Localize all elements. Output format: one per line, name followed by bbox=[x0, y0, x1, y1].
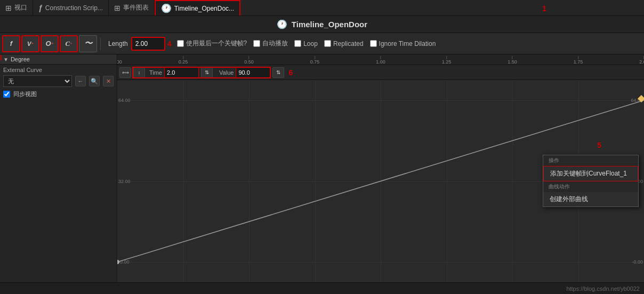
tool-btn-v[interactable]: V+ bbox=[21, 35, 39, 52]
sync-row[interactable]: 同步视图 bbox=[0, 88, 117, 100]
toolbar: f V+ O+ C+ 〜 Length 4 使用最后一个关键帧? 自动播放 Lo… bbox=[0, 33, 644, 54]
grid-canvas: 64.00 32.00 -0.00 64.00 32.00 -0.00 操作 添… bbox=[117, 80, 644, 282]
page-title: Timeline_OpenDoor bbox=[292, 20, 367, 29]
tab-timeline-label: Timeline_OpenDoc... bbox=[174, 5, 234, 12]
tab-viewport[interactable]: ⊞ 视口 bbox=[0, 0, 33, 15]
toolbar-separator bbox=[100, 37, 101, 50]
value-label: Value bbox=[219, 69, 234, 76]
last-keyframe-option[interactable]: 使用最后一个关键帧? bbox=[177, 39, 247, 48]
title-bar: 🕐 Timeline_OpenDoor bbox=[0, 16, 644, 33]
timeline-ruler: 0.00 0.25 0.50 0.75 1.00 1.25 bbox=[117, 54, 644, 65]
tool-btn-f[interactable]: f bbox=[2, 35, 20, 52]
replicated-checkbox[interactable] bbox=[324, 40, 331, 47]
context-menu: 操作 添加关键帧到CurveFloat_1 曲线动作 创建外部曲线 bbox=[543, 155, 639, 207]
replicated-label: Replicated bbox=[333, 40, 364, 47]
degree-header: ▼ Degree 3 bbox=[0, 54, 117, 65]
ruler-tick-100: 1.00 bbox=[376, 56, 385, 65]
status-url: https://blog.csdn.net/yb0022 bbox=[566, 285, 640, 292]
external-curve-section-label: External Curve bbox=[0, 65, 117, 74]
context-curve-ops-label: 曲线动作 bbox=[543, 181, 638, 192]
status-bar: https://blog.csdn.net/yb0022 bbox=[0, 282, 644, 294]
tab-bar: ⊞ 视口 ƒ Construction Scrip... ⊞ 事件图表 🕐 Ti… bbox=[0, 0, 644, 16]
event-table-icon: ⊞ bbox=[114, 4, 120, 12]
ext-curve-select[interactable]: 无 bbox=[3, 75, 72, 87]
clear-btn[interactable]: ✕ bbox=[103, 76, 114, 86]
annotation-4: 4 bbox=[167, 39, 172, 48]
ruler-tick-125: 1.25 bbox=[442, 56, 452, 65]
annotation-3: 3 bbox=[0, 53, 2, 62]
ruler-tick-200: 2.00 bbox=[639, 56, 644, 65]
tool-btn-o[interactable]: O+ bbox=[41, 35, 59, 52]
ignore-dilation-checkbox[interactable] bbox=[370, 40, 377, 47]
sync-checkbox[interactable] bbox=[3, 91, 10, 98]
time-label: Time bbox=[149, 69, 162, 76]
ruler-tick-075: 0.75 bbox=[310, 56, 320, 65]
ignore-dilation-option[interactable]: Ignore Time Dilation bbox=[370, 40, 436, 47]
ruler-tick-175: 1.75 bbox=[574, 56, 583, 65]
tab-timeline[interactable]: 🕐 Timeline_OpenDoc... bbox=[155, 0, 240, 15]
left-panel: ▼ Degree 3 External Curve 无 ← 🔍 ✕ 同步视图 bbox=[0, 54, 117, 282]
kf-nav-bar: ⟺ ↕ Time ⇅ Value ⇅ 6 bbox=[117, 65, 644, 80]
back-btn[interactable]: ← bbox=[75, 76, 86, 86]
annotation-5: 5 bbox=[597, 141, 601, 149]
title-clock-icon: 🕐 bbox=[277, 19, 287, 29]
annotation-6: 6 bbox=[288, 68, 293, 77]
tab-construction-label: Construction Scrip... bbox=[45, 4, 103, 12]
tool-btn-c[interactable]: C+ bbox=[60, 35, 78, 52]
chart-area[interactable]: 0.00 0.25 0.50 0.75 1.00 1.25 bbox=[117, 54, 644, 282]
resize-btn[interactable]: ↕ bbox=[133, 67, 145, 78]
context-add-keyframe[interactable]: 添加关键帧到CurveFloat_1 bbox=[543, 166, 638, 181]
ruler-tick-0: 0.00 bbox=[117, 56, 122, 65]
last-keyframe-checkbox[interactable] bbox=[177, 40, 184, 47]
viewport-icon: ⊞ bbox=[5, 4, 12, 12]
loop-checkbox[interactable] bbox=[294, 40, 301, 47]
last-keyframe-label: 使用最后一个关键帧? bbox=[186, 39, 247, 48]
context-ops-label: 操作 bbox=[543, 155, 638, 166]
tab-event-table-label: 事件图表 bbox=[123, 3, 149, 12]
replicated-option[interactable]: Replicated bbox=[324, 40, 364, 47]
value-spinner[interactable]: ⇅ bbox=[272, 67, 284, 78]
sync-label: 同步视图 bbox=[13, 90, 37, 98]
length-input[interactable] bbox=[131, 37, 165, 51]
length-label: Length bbox=[108, 40, 128, 47]
tab-event-table[interactable]: ⊞ 事件图表 bbox=[109, 0, 155, 15]
search-btn[interactable]: 🔍 bbox=[89, 76, 100, 86]
auto-play-option[interactable]: 自动播放 bbox=[253, 39, 288, 48]
auto-play-label: 自动播放 bbox=[262, 39, 288, 48]
ignore-dilation-label: Ignore Time Dilation bbox=[379, 40, 436, 47]
construction-icon: ƒ bbox=[38, 4, 43, 12]
loop-label: Loop bbox=[303, 40, 318, 47]
toolbar-options: 使用最后一个关键帧? 自动播放 Loop Replicated Ignore T… bbox=[177, 39, 436, 48]
tab-viewport-label: 视口 bbox=[14, 3, 27, 12]
main-area: ▼ Degree 3 External Curve 无 ← 🔍 ✕ 同步视图 0… bbox=[0, 54, 644, 282]
loop-option[interactable]: Loop bbox=[294, 40, 318, 47]
value-input[interactable] bbox=[236, 67, 270, 78]
ruler-tick-050: 0.50 bbox=[244, 56, 254, 65]
time-spinner[interactable]: ⇅ bbox=[201, 67, 213, 78]
degree-arrow-icon: ▼ bbox=[3, 57, 9, 62]
fit-btn[interactable]: ⟺ bbox=[119, 67, 131, 78]
timeline-clock-icon: 🕐 bbox=[161, 3, 172, 13]
auto-play-checkbox[interactable] bbox=[253, 40, 260, 47]
context-create-curve[interactable]: 创建外部曲线 bbox=[543, 192, 638, 206]
degree-label: Degree bbox=[11, 56, 30, 62]
ruler-tick-150: 1.50 bbox=[508, 56, 517, 65]
ext-curve-row: 无 ← 🔍 ✕ bbox=[0, 74, 117, 88]
tab-construction[interactable]: ƒ Construction Scrip... bbox=[33, 0, 109, 15]
ruler-tick-025: 0.25 bbox=[179, 56, 188, 65]
tool-btn-curve[interactable]: 〜 bbox=[79, 35, 97, 52]
annotation-1: 1 bbox=[542, 4, 546, 13]
time-input[interactable] bbox=[164, 67, 199, 78]
